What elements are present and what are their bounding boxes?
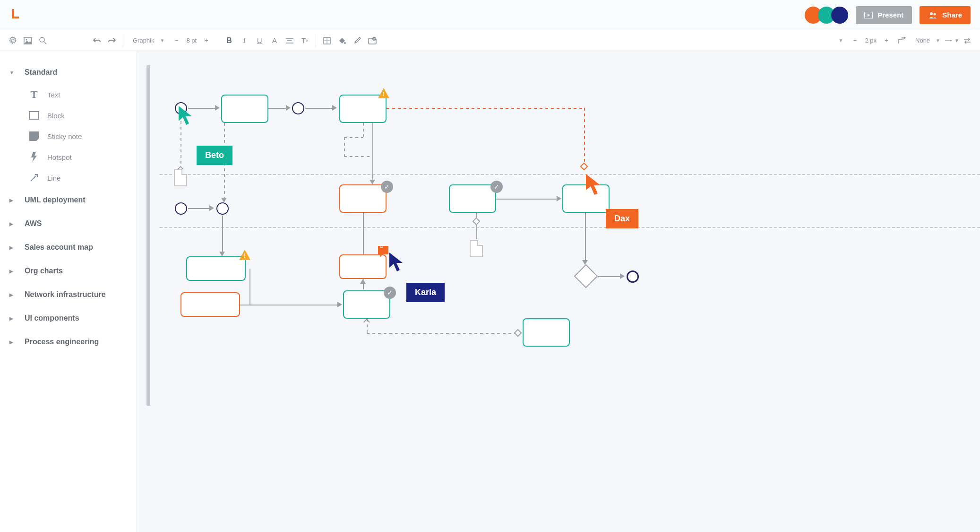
clear-format-icon[interactable]: T×: [298, 34, 312, 48]
font-decrease-button[interactable]: −: [169, 34, 183, 48]
comment-icon[interactable]: [378, 246, 388, 254]
redo-icon[interactable]: [105, 34, 119, 48]
shape-hotspot[interactable]: Hotspot: [9, 147, 137, 167]
sidebar-section-org[interactable]: ▶Org charts: [0, 259, 137, 283]
connector-dashed: [363, 123, 364, 137]
present-icon: [864, 12, 873, 18]
sidebar-section-aws[interactable]: ▶AWS: [0, 212, 137, 235]
document-icon[interactable]: [174, 169, 187, 186]
share-button[interactable]: Share: [920, 6, 971, 24]
bpmn-task[interactable]: [339, 184, 387, 213]
bpmn-task[interactable]: [221, 95, 268, 123]
text-color-icon[interactable]: A: [267, 34, 282, 48]
shape-line[interactable]: Line: [9, 167, 137, 188]
bold-icon[interactable]: B: [222, 34, 236, 48]
chevron-right-icon: ▶: [9, 316, 18, 321]
bpmn-task[interactable]: [339, 95, 387, 123]
share-label: Share: [942, 11, 962, 19]
fill-icon[interactable]: [335, 34, 349, 48]
svg-line-6: [44, 42, 46, 44]
bpmn-task[interactable]: [523, 318, 570, 347]
chevron-right-icon: ▶: [9, 292, 18, 297]
arrowhead-icon: [209, 205, 214, 211]
image-icon[interactable]: [21, 34, 35, 48]
format-toolbar: Graphik▼ − 8 pt + B I U A T× ▼ − 2 px + …: [0, 30, 980, 51]
sidebar-section-standard[interactable]: ▼ Standard: [0, 61, 137, 84]
bpmn-task[interactable]: [449, 184, 496, 213]
bpmn-event[interactable]: [216, 202, 229, 215]
connector-dashed: [387, 108, 585, 109]
italic-icon[interactable]: I: [237, 34, 251, 48]
shape-label: Line: [47, 174, 60, 182]
checkmark-badge-icon: ✓: [490, 181, 503, 193]
collaborator-label: Karla: [406, 283, 445, 302]
section-label: Org charts: [25, 267, 63, 275]
checklist-icon[interactable]: [365, 34, 379, 48]
font-increase-button[interactable]: +: [199, 34, 214, 48]
chevron-right-icon: ▶: [9, 245, 18, 250]
sidebar-section-uml[interactable]: ▶UML deployment: [0, 188, 137, 212]
section-label: AWS: [25, 219, 42, 228]
undo-icon[interactable]: [90, 34, 104, 48]
svg-point-13: [344, 42, 346, 44]
font-family-dropdown[interactable]: Graphik▼: [127, 37, 168, 44]
sidebar-section-network[interactable]: ▶Network infrastructure: [0, 283, 137, 306]
sidebar-section-process[interactable]: ▶Process engineering: [0, 330, 137, 354]
swap-icon[interactable]: [960, 34, 974, 48]
connector: [372, 123, 373, 181]
bpmn-task[interactable]: [343, 290, 390, 319]
arrowhead-icon: [557, 196, 561, 201]
arrow-dropdown[interactable]: None▼: [910, 37, 944, 44]
line-color-dropdown[interactable]: ▼: [835, 38, 847, 43]
stroke-width-value: 2 px: [863, 37, 878, 44]
bpmn-task[interactable]: [186, 256, 246, 281]
swimlane-divider: [160, 174, 980, 175]
shape-sticky-note[interactable]: Sticky note: [9, 126, 137, 147]
app-logo-icon: [9, 9, 23, 22]
underline-icon[interactable]: U: [252, 34, 266, 48]
bpmn-task[interactable]: [339, 254, 387, 279]
checkmark-badge-icon: ✓: [384, 287, 396, 299]
warning-badge-icon: [378, 88, 389, 98]
stroke-decrease-button[interactable]: −: [848, 34, 862, 48]
gateway-icon: [473, 218, 481, 226]
present-button[interactable]: Present: [856, 6, 912, 24]
connector: [305, 108, 334, 109]
line-style-icon[interactable]: ▼: [945, 34, 959, 48]
line-path-icon[interactable]: [894, 34, 909, 48]
shape-text[interactable]: T Text: [9, 84, 137, 105]
connector: [249, 269, 250, 305]
sidebar-section-ui[interactable]: ▶UI components: [0, 306, 137, 330]
collaborator-avatars[interactable]: [808, 7, 848, 24]
search-icon[interactable]: [36, 34, 50, 48]
svg-point-1: [930, 12, 933, 15]
shape-label: Text: [47, 91, 60, 99]
bpmn-end-event[interactable]: [627, 270, 639, 283]
diagram-canvas[interactable]: ✓ ✓ ✓: [137, 51, 980, 532]
connector: [188, 208, 211, 209]
connector-dashed: [344, 137, 345, 156]
bpmn-intermediate-event[interactable]: [292, 102, 304, 114]
document-icon[interactable]: [470, 240, 483, 257]
bpmn-event[interactable]: [175, 202, 187, 215]
scrollbar[interactable]: [146, 65, 150, 406]
connector: [363, 213, 364, 254]
sidebar-section-sales[interactable]: ▶Sales account map: [0, 235, 137, 259]
bpmn-task[interactable]: [181, 292, 240, 317]
border-icon[interactable]: [320, 34, 334, 48]
avatar[interactable]: [831, 7, 848, 24]
gear-icon[interactable]: [6, 34, 20, 48]
section-label: UML deployment: [25, 196, 86, 204]
connector: [585, 213, 586, 261]
eyedropper-icon[interactable]: [350, 34, 364, 48]
arrowhead-icon: [337, 302, 342, 307]
gateway-icon: [580, 163, 588, 171]
arrowhead-icon: [332, 105, 337, 111]
line-shape-icon: [28, 172, 40, 183]
bpmn-gateway[interactable]: [574, 264, 598, 288]
arrowhead-icon: [360, 279, 366, 284]
warning-badge-icon: [239, 250, 250, 260]
shape-block[interactable]: Block: [9, 105, 137, 126]
stroke-increase-button[interactable]: +: [879, 34, 894, 48]
align-icon[interactable]: [283, 34, 297, 48]
